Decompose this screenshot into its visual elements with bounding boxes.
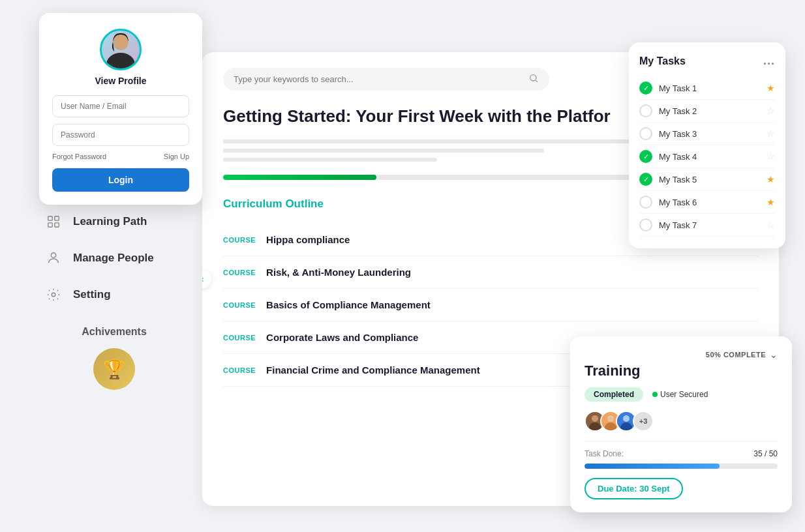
achievements-section: Achivements 🏆: [39, 326, 189, 390]
achievements-title: Achivements: [39, 326, 189, 338]
user-secured-label: User Secured: [660, 390, 708, 399]
sidebar-item-learning-path-label: Learning Path: [73, 215, 147, 228]
password-input[interactable]: [52, 124, 189, 146]
trophy-icon: 🏆: [93, 348, 135, 390]
login-card: View Profile Forgot Password Sign Up Log…: [39, 13, 202, 205]
task-label-4: My Task 4: [659, 152, 760, 162]
course-name-4: Corporate Laws and Compliance: [266, 332, 418, 343]
svg-point-16: [607, 415, 614, 422]
task-item-4: ✓ My Task 4 ☆: [639, 145, 775, 168]
tasks-header: My Tasks ...: [639, 54, 775, 68]
task-label-1: My Task 1: [659, 83, 760, 93]
task-check-7[interactable]: [639, 218, 652, 231]
course-tag-2: COURSE: [223, 269, 256, 276]
course-tag-1: COURSE: [223, 236, 256, 244]
sidebar-item-manage-people[interactable]: Manage People: [39, 240, 189, 276]
search-icon: [528, 73, 539, 85]
complete-badge: 50% COMPLETE: [706, 351, 766, 359]
tasks-more-button[interactable]: ...: [763, 54, 775, 68]
main-progress-fill: [223, 175, 376, 180]
task-star-6[interactable]: ★: [767, 197, 775, 207]
task-star-5[interactable]: ★: [767, 174, 775, 185]
svg-rect-8: [55, 223, 59, 227]
task-item-2: My Task 2 ☆: [639, 100, 775, 123]
avatar-wrap: [52, 29, 189, 70]
training-card: 50% COMPLETE ⌄ Training Completed User S…: [570, 336, 792, 512]
setting-icon: [44, 286, 63, 304]
due-date-button[interactable]: Due Date: 30 Sept: [585, 478, 683, 499]
training-status-row: Completed User Secured: [585, 387, 778, 402]
collapse-button[interactable]: ‹: [202, 270, 211, 288]
login-links: Forgot Password Sign Up: [52, 153, 189, 160]
view-profile-label: View Profile: [52, 76, 189, 86]
chevron-down-icon[interactable]: ⌄: [770, 349, 778, 360]
manage-people-icon: [44, 249, 63, 267]
tasks-title: My Tasks: [639, 55, 686, 67]
training-header: 50% COMPLETE ⌄: [585, 349, 778, 360]
sign-up-link[interactable]: Sign Up: [164, 153, 189, 160]
course-tag-4: COURSE: [223, 334, 256, 342]
task-item-1: ✓ My Task 1 ★: [639, 77, 775, 100]
forgot-password-link[interactable]: Forgot Password: [52, 153, 106, 160]
training-progress-fill: [585, 464, 720, 469]
svg-rect-7: [48, 223, 52, 227]
svg-point-9: [51, 253, 55, 258]
sidebar-item-learning-path[interactable]: Learning Path: [39, 203, 189, 240]
course-name-2: Risk, & Anti-Money Laundering: [266, 267, 411, 278]
task-star-2[interactable]: ☆: [767, 106, 775, 116]
completed-pill: Completed: [585, 387, 643, 402]
task-label-5: My Task 5: [659, 175, 760, 185]
task-item-5: ✓ My Task 5 ★: [639, 168, 775, 191]
sidebar-item-manage-people-label: Manage People: [73, 252, 154, 265]
user-secured: User Secured: [652, 390, 708, 399]
task-done-numbers: 35 / 50: [753, 449, 778, 458]
username-input[interactable]: [52, 95, 189, 117]
course-name-5: Financial Crime and Compliance Managemen…: [266, 364, 480, 376]
course-row-2: COURSE Risk, & Anti-Money Laundering: [223, 256, 758, 289]
course-row-3: COURSE Basics of Compliance Management: [223, 289, 758, 321]
svg-point-1: [106, 53, 135, 70]
task-done-label: Task Done:: [585, 449, 624, 458]
svg-point-11: [530, 75, 536, 81]
task-label-3: My Task 3: [659, 129, 760, 139]
training-title: Training: [585, 362, 778, 379]
green-dot: [652, 392, 658, 397]
sidebar-item-setting[interactable]: Setting: [39, 276, 189, 313]
svg-rect-5: [48, 216, 52, 220]
task-star-4[interactable]: ☆: [767, 151, 775, 162]
task-label-2: My Task 2: [659, 106, 760, 116]
course-name-1: Hippa compliance: [266, 234, 350, 245]
search-input[interactable]: [234, 74, 528, 84]
task-check-2[interactable]: [639, 104, 652, 117]
task-item-3: My Task 3 ☆: [639, 123, 775, 145]
svg-point-10: [52, 293, 55, 297]
progress-line-1: [223, 140, 651, 143]
course-tag-3: COURSE: [223, 301, 256, 309]
login-button[interactable]: Login: [52, 168, 189, 192]
task-check-3[interactable]: [639, 127, 652, 140]
task-label-7: My Task 7: [659, 220, 760, 230]
sidebar-item-setting-label: Setting: [73, 288, 111, 301]
task-item-7: My Task 7 ☆: [639, 214, 775, 237]
svg-rect-6: [55, 216, 59, 220]
task-star-3[interactable]: ☆: [767, 128, 775, 139]
avatar: [100, 29, 142, 70]
course-tag-5: COURSE: [223, 366, 256, 374]
task-label-6: My Task 6: [659, 198, 760, 207]
task-check-5[interactable]: ✓: [639, 173, 652, 186]
task-item-6: My Task 6 ★: [639, 191, 775, 214]
progress-line-2: [223, 149, 544, 153]
task-star-7[interactable]: ☆: [767, 220, 775, 230]
task-check-1[interactable]: ✓: [639, 81, 652, 95]
avatar-count: +3: [633, 411, 654, 432]
learning-path-icon: [44, 213, 63, 231]
svg-point-19: [623, 415, 630, 422]
progress-line-3: [223, 158, 437, 162]
tasks-card: My Tasks ... ✓ My Task 1 ★ My Task 2 ☆ M…: [629, 42, 785, 248]
avatars-row: +3: [585, 411, 778, 432]
task-done-row: Task Done: 35 / 50: [585, 449, 778, 458]
task-check-4[interactable]: ✓: [639, 150, 652, 163]
task-star-1[interactable]: ★: [767, 83, 775, 93]
task-check-6[interactable]: [639, 196, 652, 209]
search-bar: [223, 68, 549, 91]
